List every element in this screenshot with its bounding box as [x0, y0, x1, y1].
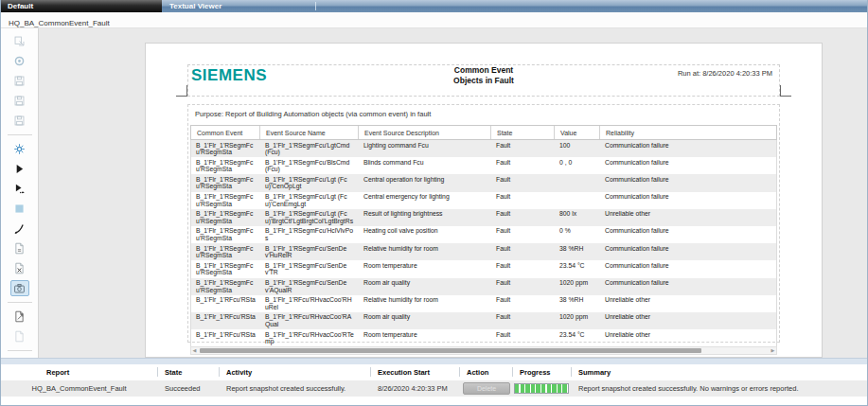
progress-bar — [514, 383, 569, 394]
layout-tab-bar: Default Textual Viewer — [1, 0, 867, 12]
table-cell: Heating coil valve position — [359, 227, 491, 241]
fault-table-column-header: Reliability — [600, 126, 776, 139]
tab-textual-viewer[interactable]: Textual Viewer — [162, 0, 867, 12]
export-pdf-icon[interactable] — [10, 240, 29, 256]
table-cell: Result of lighting brightness — [359, 210, 491, 224]
table-cell: B_1'Flr_1'RSegmFcu'RSegmSta — [191, 210, 260, 224]
table-cell: Fault — [491, 296, 555, 310]
fault-table-column-header: Event Source Description — [359, 126, 491, 139]
scrollbar-thumb[interactable] — [200, 348, 701, 353]
table-cell: Central operation for lighting — [359, 176, 491, 190]
tab-default[interactable]: Default — [1, 0, 162, 12]
table-cell: B_1'Flr_1'RSegmFcu'Lgt (Fcu)'CenEmgLgt — [260, 193, 359, 207]
table-cell: Unreliable other — [600, 313, 776, 327]
col-activity: Activity — [219, 364, 370, 380]
table-cell: B_1'Flr_1'RFcu'RHvacCoo'RTemp — [260, 331, 359, 345]
sign-icon[interactable] — [10, 221, 29, 237]
table-cell: Fault — [491, 279, 555, 293]
table-cell: Communication failure — [600, 245, 776, 259]
table-cell: Unreliable other — [600, 210, 776, 224]
table-cell: 23.54 °C — [555, 331, 600, 345]
edit-report-icon[interactable] — [10, 309, 29, 325]
table-cell — [555, 193, 600, 207]
table-cell: 1020 ppm — [555, 313, 600, 327]
run-with-options-icon[interactable] — [10, 181, 29, 197]
table-cell: Fault — [491, 245, 555, 259]
export-excel-icon[interactable] — [10, 260, 29, 276]
col-report: Report — [1, 364, 157, 380]
execution-panel-header: Report State Activity Execution Start Ac… — [1, 364, 867, 380]
execution-report-name: HQ_BA_CommonEvent_Fault — [1, 380, 157, 397]
table-cell: 1020 ppm — [555, 279, 600, 293]
table-row: B_1'Flr_1'RSegmFcu'RSegmStaB_1'Flr_1'RSe… — [191, 226, 776, 243]
toolbar-separator — [8, 134, 32, 135]
table-row: B_1'Flr_1'RFcu'RStaB_1'Flr_1'RFcu'RHvacC… — [191, 295, 776, 312]
table-cell: Blinds command Fcu — [359, 159, 491, 173]
report-page: SIEMENS Common Event Objects in Fault Ru… — [145, 43, 823, 358]
table-cell: B_1'Flr_1'RSegmFcu'LgtCmd (Fcu) — [260, 142, 359, 156]
left-crop-mark — [176, 85, 187, 97]
snapshot-icon[interactable] — [10, 280, 29, 296]
toolbar-separator — [8, 350, 32, 351]
table-cell: Communication failure — [600, 159, 776, 173]
fault-table: Common EventEvent Source NameEvent Sourc… — [190, 125, 777, 347]
table-cell: B_1'Flr_1'RFcu'RSta — [191, 313, 260, 327]
table-cell: B_1'Flr_1'RSegmFcu'RSegmSta — [191, 245, 260, 259]
refresh-icon[interactable] — [10, 53, 29, 69]
table-cell: 800 lx — [555, 210, 600, 224]
col-action: Action — [459, 364, 512, 380]
table-cell: Unreliable other — [600, 296, 776, 310]
toolbar-separator — [8, 302, 32, 303]
save-copy-icon[interactable] — [10, 113, 29, 129]
execution-start-time: 8/26/2020 4:20:33 PM — [370, 380, 459, 397]
table-cell: B_1'Flr_1'RSegmFcu'RSegmSta — [191, 159, 260, 173]
execution-activity: Report snapshot created successfully. — [219, 380, 370, 397]
table-cell: B_1'Flr_1'RSegmFcu'SenDev'HuRelR — [260, 245, 359, 259]
right-crop-mark — [780, 85, 791, 97]
table-cell: B_1'Flr_1'RSegmFcu'RSegmSta — [191, 262, 260, 276]
col-state: State — [157, 364, 219, 380]
table-cell: Room temperature — [359, 262, 491, 276]
panel-separator — [1, 358, 867, 364]
table-cell: 38 %RH — [555, 245, 600, 259]
col-execution-start: Execution Start — [370, 364, 459, 380]
table-cell: Fault — [491, 227, 555, 241]
table-row: B_1'Flr_1'RFcu'RStaB_1'Flr_1'RFcu'RHvacC… — [191, 312, 776, 329]
settings-gear-icon[interactable] — [10, 141, 29, 157]
fault-table-column-header: Event Source Name — [260, 126, 359, 139]
report-purpose: Purpose: Report of Building Automation o… — [195, 110, 431, 118]
main-area: SIEMENS Common Event Objects in Fault Ru… — [1, 28, 867, 358]
table-cell: B_1'Flr_1'RSegmFcu'RSegmSta — [191, 142, 260, 156]
delete-button[interactable]: Delete — [463, 382, 510, 395]
table-cell: B_1'Flr_1'RFcu'RHvacCoo'RAQual — [260, 313, 359, 327]
scroll-right-arrow[interactable]: ▶ — [770, 348, 776, 353]
table-cell: 0 % — [555, 227, 600, 241]
table-row: B_1'Flr_1'RSegmFcu'RSegmStaB_1'Flr_1'RSe… — [191, 140, 776, 157]
table-cell: Relative humidity for room — [359, 245, 491, 259]
table-cell: 38 %RH — [555, 296, 600, 310]
new-report-icon[interactable] — [10, 328, 29, 344]
application-window: Default Textual Viewer HQ_BA_CommonEvent… — [0, 0, 868, 406]
horizontal-scrollbar[interactable]: ◀ ▶ — [190, 346, 777, 355]
export-report-icon[interactable] — [10, 33, 29, 49]
table-cell: Fault — [491, 210, 555, 224]
table-cell: B_1'Flr_1'RFcu'RSta — [191, 331, 260, 345]
table-cell: B_1'Flr_1'RSegmFcu'RSegmSta — [191, 193, 260, 207]
save-as-icon[interactable] — [10, 93, 29, 109]
execution-row[interactable]: HQ_BA_CommonEvent_Fault Succeeded Report… — [1, 380, 867, 397]
table-cell: Fault — [491, 262, 555, 276]
scroll-left-arrow[interactable]: ◀ — [191, 348, 198, 353]
table-cell: Central emergency for lighting — [359, 193, 491, 207]
table-cell: Communication failure — [600, 142, 776, 156]
report-title: Common Event Objects in Fault — [361, 65, 607, 86]
document-tab-row: HQ_BA_CommonEvent_Fault — [1, 12, 867, 28]
table-row: B_1'Flr_1'RSegmFcu'RSegmStaB_1'Flr_1'RSe… — [191, 192, 776, 209]
table-cell: Communication failure — [600, 176, 776, 190]
run-icon[interactable] — [10, 161, 29, 177]
table-cell: Room air quality — [359, 313, 491, 327]
table-row: B_1'Flr_1'RSegmFcu'RSegmStaB_1'Flr_1'RSe… — [191, 260, 776, 277]
save-icon[interactable] — [10, 73, 29, 89]
table-cell: Relative humidity for room — [359, 296, 491, 310]
table-cell: Fault — [491, 176, 555, 190]
stop-icon[interactable] — [10, 201, 29, 217]
